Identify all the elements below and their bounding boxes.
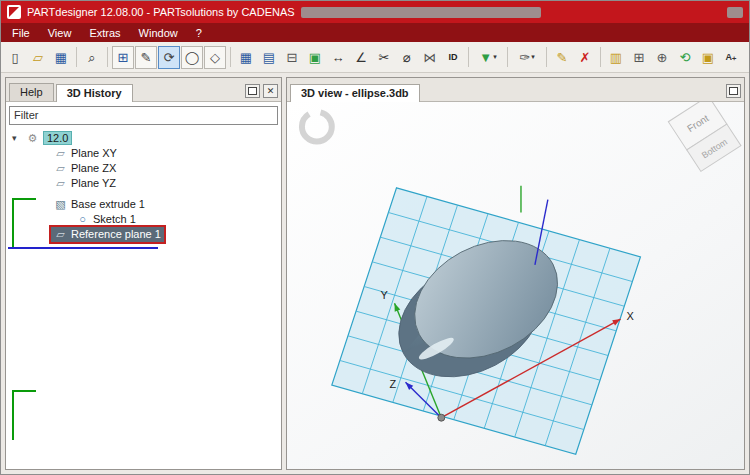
- add-feature-button[interactable]: ⊕: [651, 46, 673, 69]
- id-display-icon: ID: [449, 53, 458, 62]
- copy-clipboard-button[interactable]: ⊞: [628, 46, 650, 69]
- sketch-editor-button[interactable]: ✎: [135, 46, 157, 69]
- tree-node-label: Plane YZ: [71, 177, 116, 189]
- toolbar-separator: [546, 47, 547, 67]
- tree-node-label: Sketch 1: [93, 213, 136, 225]
- expander-icon[interactable]: ▾: [12, 133, 23, 143]
- window-title: PARTdesigner 12.08.00 - PARTsolutions by…: [27, 6, 295, 18]
- tree-node-reference-plane-1[interactable]: ▱Reference plane 1: [6, 227, 281, 242]
- tree-node-plane-yz[interactable]: ▱Plane YZ: [6, 176, 281, 191]
- tree-node-12-0[interactable]: ▾⚙12.0: [6, 131, 281, 146]
- redacted-text: [727, 7, 743, 18]
- view-panel: 3D view - ellipse.3db: [286, 77, 745, 470]
- paste-clipboard-button[interactable]: ▥: [605, 46, 627, 69]
- right-tab-bar: 3D view - ellipse.3db: [287, 78, 744, 102]
- dropdown-caret-icon: ▾: [531, 53, 535, 61]
- polygon-tool-button[interactable]: ◇: [204, 46, 226, 69]
- value-table-icon: ▤: [263, 51, 275, 64]
- tab-3d-view[interactable]: 3D view - ellipse.3db: [290, 84, 420, 102]
- toolbar: ▯▱▦⌕⊞✎⟳◯◇▦▤⊟▣↔∠✂⌀⋈ID▼▾✑▾✎✗▥⊞⊕⟲▣A₊: [1, 42, 749, 73]
- title-bar: PARTdesigner 12.08.00 - PARTsolutions by…: [1, 1, 749, 23]
- save-button[interactable]: ▦: [50, 46, 72, 69]
- new-document-button[interactable]: ▯: [4, 46, 26, 69]
- link-tool-button[interactable]: ⋈: [419, 46, 441, 69]
- rotate-view-button[interactable]: ⟳: [158, 46, 180, 69]
- reorder-indicator: [12, 198, 36, 248]
- angle-tool-button[interactable]: ∠: [350, 46, 372, 69]
- tree-node-body: ▱Plane XY: [51, 146, 120, 161]
- circle-tool-button[interactable]: ◯: [181, 46, 203, 69]
- diameter-tool-button[interactable]: ⌀: [396, 46, 418, 69]
- sketch-icon: ○: [76, 214, 89, 225]
- nav-cube[interactable]: Front Bottom: [668, 102, 741, 171]
- tree-node-body: ⚙12.0: [23, 131, 75, 146]
- history-panel: Help 3D History ✕ ▾⚙12.0▱Plane XY▱Plane …: [5, 77, 282, 470]
- axis-y-label: Y: [381, 289, 389, 301]
- release-state-icon: ▼: [479, 51, 492, 64]
- tree-node-body: ○Sketch 1: [73, 212, 139, 227]
- release-state-button[interactable]: ▼▾: [473, 46, 503, 69]
- polygon-tool-icon: ◇: [210, 51, 220, 64]
- assembly-icon: ⚙: [26, 133, 39, 144]
- duplicate-part-button[interactable]: ▣: [697, 46, 719, 69]
- viewport-settings-button[interactable]: ⊞: [112, 46, 134, 69]
- open-folder-button[interactable]: ▱: [27, 46, 49, 69]
- variable-table-button[interactable]: ▦: [235, 46, 257, 69]
- menu-bar: File View Extras Window ?: [1, 23, 749, 42]
- tree-node-plane-xy[interactable]: ▱Plane XY: [6, 146, 281, 161]
- restore-icon: [248, 87, 257, 95]
- rotation-compass-icon[interactable]: [302, 112, 332, 142]
- filter-input[interactable]: [9, 106, 278, 125]
- toolbar-separator: [230, 47, 231, 67]
- tree-node-label: Base extrude 1: [71, 198, 145, 210]
- zoom-button[interactable]: ⌕: [81, 46, 103, 69]
- menu-view[interactable]: View: [39, 25, 81, 41]
- cut-tool-button[interactable]: ✂: [373, 46, 395, 69]
- delete-entry-button[interactable]: ✗: [574, 46, 596, 69]
- save-icon: ▦: [55, 51, 67, 64]
- menu-extras[interactable]: Extras: [80, 25, 129, 41]
- delete-entry-icon: ✗: [580, 51, 591, 64]
- edit-entry-icon: ✎: [557, 51, 568, 64]
- tab-help[interactable]: Help: [9, 83, 54, 101]
- panel-close-button[interactable]: ✕: [263, 84, 278, 98]
- panel-restore-button[interactable]: [245, 84, 260, 98]
- value-table-button[interactable]: ▤: [258, 46, 280, 69]
- id-display-button[interactable]: ID: [442, 46, 464, 69]
- viewport-3d[interactable]: Front Bottom X Y Z: [287, 102, 744, 469]
- fit-dimensions-icon: ↔: [332, 51, 345, 64]
- tree-node-body: ▱Plane ZX: [51, 161, 119, 176]
- viewport-canvas[interactable]: Front Bottom X Y Z: [287, 102, 744, 469]
- fit-dimensions-button[interactable]: ↔: [327, 46, 349, 69]
- edit-entry-button[interactable]: ✎: [551, 46, 573, 69]
- export-icon: ✑: [519, 51, 530, 64]
- new-document-icon: ▯: [11, 51, 18, 64]
- menu-file[interactable]: File: [3, 25, 39, 41]
- paste-clipboard-icon: ▥: [610, 51, 622, 64]
- app-window: PARTdesigner 12.08.00 - PARTsolutions by…: [0, 0, 750, 475]
- tree-node-sketch-1[interactable]: ○Sketch 1: [6, 212, 281, 227]
- menu-help[interactable]: ?: [187, 25, 211, 41]
- tree-node-plane-zx[interactable]: ▱Plane ZX: [6, 161, 281, 176]
- axis-z-label: Z: [390, 378, 397, 390]
- left-tab-bar: Help 3D History ✕: [6, 78, 281, 102]
- preview-image-button[interactable]: ▣: [304, 46, 326, 69]
- view-restore-button[interactable]: [726, 84, 741, 98]
- axis-x-label: X: [627, 310, 635, 322]
- redacted-text: [301, 7, 541, 18]
- refresh-part-button[interactable]: ⟲: [674, 46, 696, 69]
- duplicate-part-icon: ▣: [702, 51, 714, 64]
- tab-3d-history[interactable]: 3D History: [56, 84, 133, 102]
- tree-node-base-extrude-1[interactable]: ▧Base extrude 1: [6, 197, 281, 212]
- sketch-editor-icon: ✎: [141, 51, 152, 64]
- plane-icon: ▱: [54, 178, 67, 189]
- plane-icon: ▱: [54, 148, 67, 159]
- reorder-indicator: [12, 390, 36, 440]
- export-button[interactable]: ✑▾: [512, 46, 542, 69]
- viewport-settings-icon: ⊞: [118, 51, 129, 64]
- menu-window[interactable]: Window: [130, 25, 187, 41]
- origin-point[interactable]: [438, 414, 445, 421]
- annotation-button[interactable]: A₊: [720, 46, 742, 69]
- calculator-button[interactable]: ⊟: [281, 46, 303, 69]
- restore-icon: [729, 87, 738, 95]
